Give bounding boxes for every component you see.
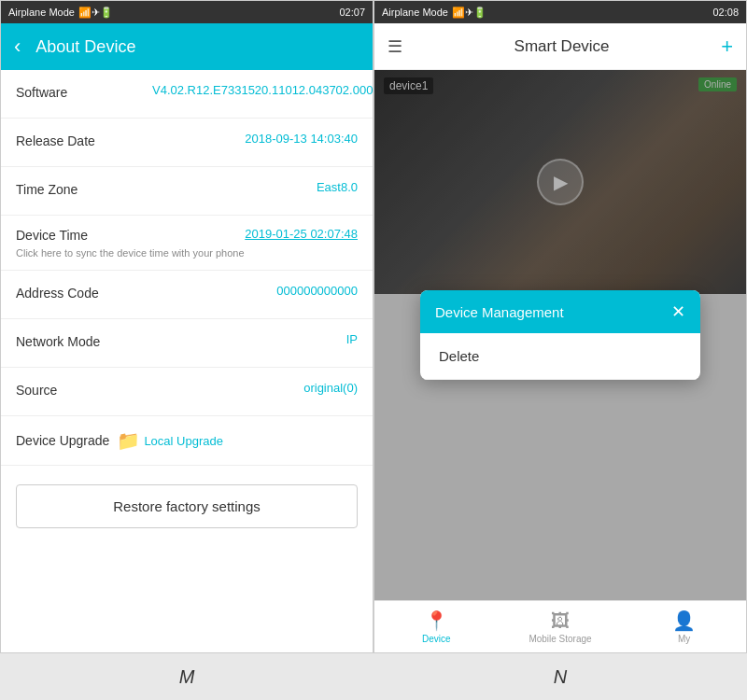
bottom-nav: 📍 Device 🖼 Mobile Storage 👤 My [374,600,746,652]
page-title-m: About Device [35,37,135,57]
release-date-label: Release Date [16,133,95,148]
mobile-storage-nav-icon: 🖼 [551,610,570,632]
device-management-modal: Device Management ✕ Delete [420,290,700,380]
nav-mobile-storage[interactable]: 🖼 Mobile Storage [499,601,623,652]
status-icons-m: 📶✈🔋 [78,7,113,19]
status-bar-n: Airplane Mode 📶✈🔋 02:08 [374,1,746,23]
phone-labels-row: M N [0,653,747,700]
local-upgrade-link[interactable]: Local Upgrade [144,434,223,448]
source-row: Source original(0) [1,368,373,416]
mobile-storage-nav-label: Mobile Storage [529,634,591,644]
source-value: original(0) [303,381,358,395]
top-bar-n: ☰ Smart Device + [374,23,746,70]
label-m: M [0,653,374,700]
software-row: Software V4.02.R12.E7331520.11012.043702… [1,70,373,119]
nav-my[interactable]: 👤 My [622,601,746,652]
address-code-row: Address Code 000000000000 [1,271,373,319]
modal-close-button[interactable]: ✕ [671,303,685,320]
network-mode-row: Network Mode IP [1,319,373,368]
modal-body: Delete [420,333,700,380]
add-device-icon[interactable]: + [721,35,733,59]
source-label: Source [16,383,57,398]
status-icons-n: 📶✈🔋 [452,7,486,19]
top-bar-m: ‹ About Device [1,23,373,70]
modal-title: Device Management [435,304,564,320]
device-upgrade-row: Device Upgrade 📁 Local Upgrade [1,416,373,466]
airplane-mode-label-m: Airplane Mode [8,7,75,18]
restore-factory-button[interactable]: Restore factory settings [16,484,358,528]
time-zone-label: Time Zone [16,182,78,197]
device-nav-label: Device [422,634,451,644]
modal-header: Device Management ✕ [420,290,700,333]
menu-icon[interactable]: ☰ [388,36,402,57]
my-nav-icon: 👤 [672,609,696,632]
device-nav-icon: 📍 [425,609,448,632]
folder-icon: 📁 [117,429,140,452]
time-zone-row: Time Zone East8.0 [1,167,373,216]
release-date-value: 2018-09-13 14:03:40 [245,132,358,146]
page-title-n: Smart Device [514,37,610,56]
label-n: N [374,653,747,700]
time-zone-value: East8.0 [317,180,358,194]
time-m: 02:07 [339,7,365,18]
my-nav-label: My [678,634,690,644]
back-button-m[interactable]: ‹ [14,35,21,59]
network-mode-label: Network Mode [16,334,100,349]
time-n: 02:08 [712,7,739,18]
device-time-value[interactable]: 2019-01-25 02:07:48 [245,227,358,241]
software-value: V4.02.R12.E7331520.11012.043702.00000 [152,83,358,97]
release-date-row: Release Date 2018-09-13 14:03:40 [1,119,373,167]
device-upgrade-label: Device Upgrade [16,433,109,448]
airplane-mode-label-n: Airplane Mode [382,7,448,18]
device-time-row[interactable]: Device Time 2019-01-25 02:07:48 Click he… [1,216,373,271]
modal-overlay: Device Management ✕ Delete [374,70,746,600]
device-time-label: Device Time [16,228,88,243]
device-time-hint: Click here to sync the device time with … [16,247,358,259]
address-code-label: Address Code [16,286,99,301]
nav-device[interactable]: 📍 Device [374,601,499,652]
content-m: Software V4.02.R12.E7331520.11012.043702… [1,70,373,652]
network-mode-value: IP [346,332,358,346]
software-label: Software [16,85,67,100]
content-n: ▶ device1 Online Device Management ✕ Del… [374,70,746,600]
address-code-value: 000000000000 [276,284,358,298]
status-bar-m: Airplane Mode 📶✈🔋 02:07 [1,1,373,23]
delete-menu-item[interactable]: Delete [420,333,700,380]
restore-section: Restore factory settings [1,466,373,547]
